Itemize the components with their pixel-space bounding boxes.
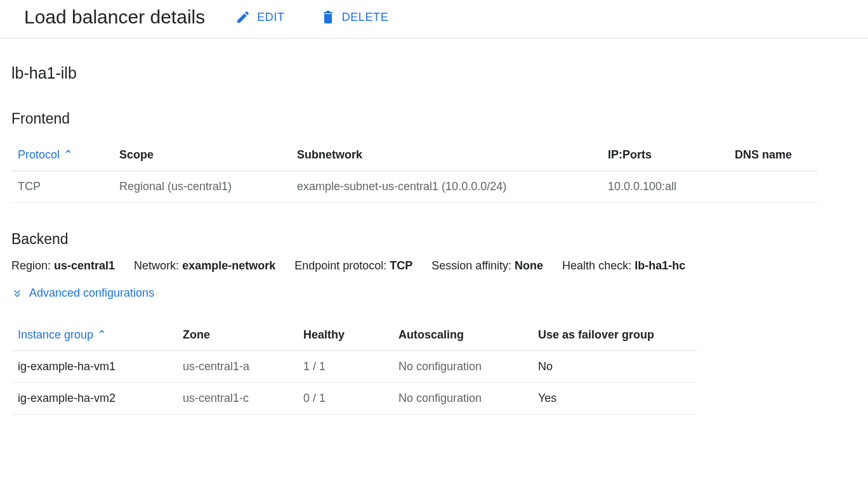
col-healthy[interactable]: Healthy [297, 319, 392, 351]
edit-button[interactable]: EDIT [235, 10, 284, 25]
chevron-up-icon: ⌃ [97, 328, 107, 341]
cell-zone: us-central1-c [176, 383, 297, 415]
col-autoscaling[interactable]: Autoscaling [392, 319, 532, 351]
col-dns-name[interactable]: DNS name [728, 139, 817, 171]
meta-region: Region: us-central1 [11, 259, 115, 273]
meta-network: Network: example-network [134, 259, 275, 273]
cell-autoscaling: No configuration [392, 351, 532, 383]
backend-section-title: Backend [11, 231, 857, 248]
table-row: TCPRegional (us-central1)example-subnet-… [11, 171, 817, 203]
delete-button[interactable]: DELETE [320, 10, 389, 25]
pencil-icon [235, 10, 251, 25]
trash-icon [320, 10, 336, 25]
meta-health-check: Health check: lb-ha1-hc [562, 259, 685, 273]
frontend-section-title: Frontend [11, 110, 857, 127]
col-subnetwork[interactable]: Subnetwork [291, 139, 602, 171]
cell-healthy: 1 / 1 [297, 351, 392, 383]
cell-dns-name [728, 171, 817, 203]
cell-subnetwork: example-subnet-us-central1 (10.0.0.0/24) [291, 171, 602, 203]
cell-protocol: TCP [11, 171, 113, 203]
cell-instance-group: ig-example-ha-vm1 [11, 351, 176, 383]
backend-meta: Region: us-central1 Network: example-net… [11, 259, 857, 273]
col-scope[interactable]: Scope [113, 139, 291, 171]
cell-failover: No [532, 351, 697, 383]
table-row: ig-example-ha-vm1us-central1-a1 / 1No co… [11, 351, 697, 383]
cell-instance-group: ig-example-ha-vm2 [11, 383, 176, 415]
content: lb-ha1-ilb Frontend Protocol⌃ Scope Subn… [0, 64, 868, 415]
cell-healthy: 0 / 1 [297, 383, 392, 415]
page-title: Load balancer details [24, 6, 205, 28]
backend-table: Instance group⌃ Zone Healthy Autoscaling… [11, 319, 697, 415]
advanced-config-toggle[interactable]: Advanced configurations [11, 287, 154, 300]
toolbar: Load balancer details EDIT DELETE [0, 0, 868, 39]
double-chevron-down-icon [11, 288, 23, 299]
col-instance-group[interactable]: Instance group⌃ [11, 319, 176, 351]
col-ip-ports[interactable]: IP:Ports [602, 139, 728, 171]
table-row: ig-example-ha-vm2us-central1-c0 / 1No co… [11, 383, 697, 415]
cell-scope: Regional (us-central1) [113, 171, 291, 203]
cell-zone: us-central1-a [176, 351, 297, 383]
meta-endpoint-protocol: Endpoint protocol: TCP [294, 259, 412, 273]
col-protocol[interactable]: Protocol⌃ [11, 139, 113, 171]
load-balancer-name: lb-ha1-ilb [11, 64, 857, 82]
edit-label: EDIT [257, 11, 284, 24]
col-failover[interactable]: Use as failover group [532, 319, 697, 351]
chevron-up-icon: ⌃ [63, 148, 73, 162]
cell-failover: Yes [532, 383, 697, 415]
meta-session-affinity: Session affinity: None [431, 259, 543, 273]
frontend-table: Protocol⌃ Scope Subnetwork IP:Ports DNS … [11, 139, 817, 203]
cell-autoscaling: No configuration [392, 383, 532, 415]
delete-label: DELETE [342, 11, 389, 24]
cell-ip-ports: 10.0.0.100:all [602, 171, 728, 203]
col-zone[interactable]: Zone [176, 319, 297, 351]
